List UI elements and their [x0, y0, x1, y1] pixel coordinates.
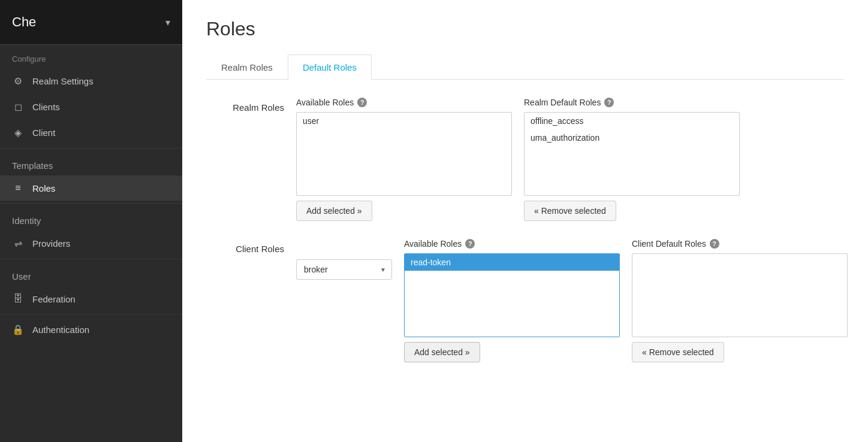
realm-remove-selected-button[interactable]: « Remove selected — [524, 201, 616, 221]
client-roles-label: Client Roles — [206, 239, 284, 254]
client-available-roles-header: Available Roles ? — [404, 239, 620, 249]
client-default-roles-listbox[interactable] — [632, 253, 848, 337]
tab-default-roles[interactable]: Default Roles — [288, 55, 372, 80]
sidebar: Che ▾ Configure ⚙ Realm Settings ◻ Clien… — [0, 0, 182, 442]
main-content-area: Roles Realm Roles Default Roles Realm Ro… — [182, 0, 868, 442]
realm-default-roles-header: Realm Default Roles ? — [524, 98, 740, 107]
sidebar-item-realm-settings[interactable]: ⚙ Realm Settings — [0, 68, 182, 94]
realm-default-roles-col: Realm Default Roles ? offline_access uma… — [524, 98, 740, 221]
client-available-roles-listbox[interactable]: read-token — [404, 253, 620, 337]
sidebar-header[interactable]: Che ▾ — [0, 0, 182, 45]
clients-icon: ◻ — [12, 101, 24, 113]
client-available-roles-help-icon[interactable]: ? — [465, 239, 475, 249]
realm-default-roles-listbox[interactable]: offline_access uma_authorization — [524, 112, 740, 196]
sidebar-item-label: Realm Settings — [32, 76, 94, 86]
sidebar-item-label: Providers — [32, 238, 70, 249]
list-item[interactable]: uma_authorization — [525, 129, 739, 146]
sidebar-item-identity-providers[interactable]: ⇌ Providers — [0, 231, 182, 256]
configure-section-label: Configure — [0, 45, 182, 68]
sidebar-item-roles[interactable]: ≡ Roles — [0, 175, 182, 201]
client-roles-dropdown[interactable]: broker account realm-management security… — [296, 259, 392, 280]
realm-default-roles-help-icon[interactable]: ? — [604, 98, 614, 107]
settings-icon: ⚙ — [12, 75, 24, 87]
tabs-bar: Realm Roles Default Roles — [206, 55, 844, 80]
identity-group-label: Identity — [0, 206, 182, 231]
client-default-roles-help-icon[interactable]: ? — [710, 239, 719, 249]
user-federation-icon: 🗄 — [12, 293, 24, 304]
app-name: Che — [12, 14, 36, 30]
list-item[interactable]: read-token — [405, 254, 619, 271]
sidebar-item-user-federation[interactable]: 🗄 Federation — [0, 286, 182, 311]
list-item[interactable]: offline_access — [525, 113, 739, 129]
client-roles-select-wrapper: broker account realm-management security… — [296, 259, 392, 280]
sidebar-item-label: Federation — [32, 294, 76, 304]
realm-available-roles-listbox[interactable]: user — [296, 112, 512, 196]
sidebar-item-client-templates[interactable]: ◈ Client — [0, 120, 182, 146]
authentication-icon: 🔒 — [12, 324, 24, 335]
chevron-down-icon: ▾ — [165, 17, 170, 28]
realm-add-selected-button[interactable]: Add selected » — [296, 201, 372, 221]
roles-icon: ≡ — [12, 183, 24, 193]
identity-providers-icon: ⇌ — [12, 238, 24, 249]
sidebar-item-label: Authentication — [32, 325, 89, 335]
tab-realm-roles[interactable]: Realm Roles — [206, 55, 288, 80]
available-roles-help-icon[interactable]: ? — [357, 98, 367, 107]
templates-group-label: Templates — [0, 151, 182, 175]
sidebar-item-authentication[interactable]: 🔒 Authentication — [0, 317, 182, 343]
client-roles-row: Client Roles broker account realm-manage… — [206, 239, 844, 362]
sidebar-item-label: Clients — [32, 102, 60, 112]
sidebar-item-label: Roles — [32, 183, 55, 193]
available-roles-header: Available Roles ? — [296, 98, 512, 107]
page-title: Roles — [206, 18, 844, 40]
user-group-label: User — [0, 262, 182, 286]
client-add-selected-button[interactable]: Add selected » — [404, 342, 480, 362]
realm-roles-row: Realm Roles Available Roles ? user Add s… — [206, 98, 844, 221]
realm-roles-label: Realm Roles — [206, 98, 284, 113]
client-roles-select-col: broker account realm-management security… — [296, 239, 392, 280]
client-available-roles-col: Available Roles ? read-token Add selecte… — [404, 239, 620, 362]
list-item[interactable]: user — [297, 113, 511, 129]
client-templates-icon: ◈ — [12, 127, 24, 138]
available-roles-col: Available Roles ? user Add selected » — [296, 98, 512, 221]
client-remove-selected-button[interactable]: « Remove selected — [632, 342, 724, 362]
client-default-roles-col: Client Default Roles ? « Remove selected — [632, 239, 848, 362]
sidebar-item-label: Client — [32, 128, 55, 138]
client-default-roles-header: Client Default Roles ? — [632, 239, 848, 249]
sidebar-item-clients[interactable]: ◻ Clients — [0, 94, 182, 120]
